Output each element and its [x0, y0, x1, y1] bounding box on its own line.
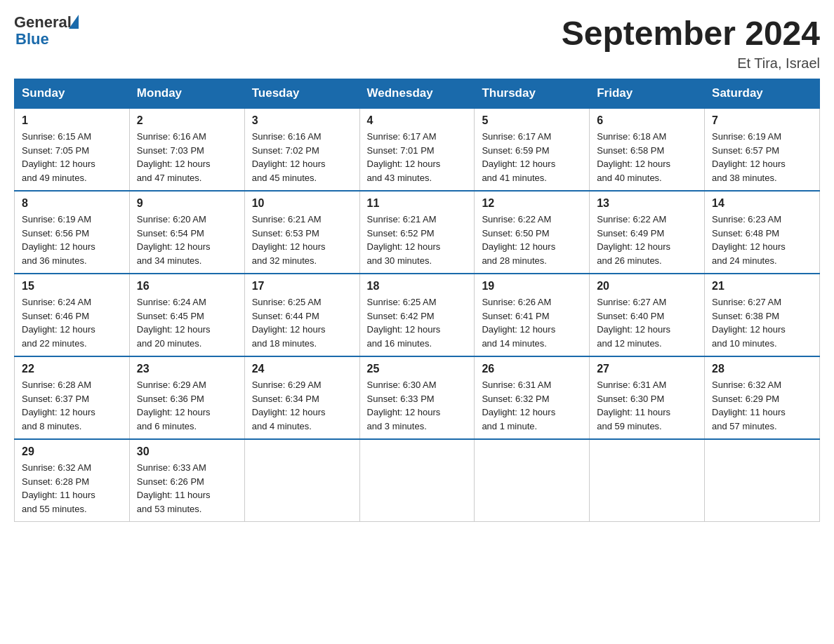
day-info: Sunrise: 6:26 AM Sunset: 6:41 PM Dayligh…: [482, 295, 582, 350]
day-info: Sunrise: 6:31 AM Sunset: 6:30 PM Dayligh…: [597, 378, 697, 433]
day-info: Sunrise: 6:21 AM Sunset: 6:52 PM Dayligh…: [367, 213, 468, 267]
day-cell: 20 Sunrise: 6:27 AM Sunset: 6:40 PM Dayl…: [590, 274, 705, 356]
day-cell: [590, 439, 705, 522]
logo-general: General: [14, 14, 72, 31]
day-number: 2: [137, 114, 237, 127]
day-cell: 7 Sunrise: 6:19 AM Sunset: 6:57 PM Dayli…: [705, 108, 820, 191]
day-number: 22: [22, 363, 122, 375]
day-cell: 18 Sunrise: 6:25 AM Sunset: 6:42 PM Dayl…: [359, 274, 475, 356]
day-cell: 29 Sunrise: 6:32 AM Sunset: 6:28 PM Dayl…: [15, 439, 130, 522]
day-number: 18: [367, 280, 468, 293]
day-header-monday: Monday: [129, 79, 244, 109]
day-number: 1: [22, 114, 122, 127]
day-cell: 23 Sunrise: 6:29 AM Sunset: 6:36 PM Dayl…: [129, 356, 244, 439]
day-cell: 3 Sunrise: 6:16 AM Sunset: 7:02 PM Dayli…: [244, 108, 359, 191]
day-cell: 16 Sunrise: 6:24 AM Sunset: 6:45 PM Dayl…: [129, 274, 244, 356]
day-info: Sunrise: 6:18 AM Sunset: 6:58 PM Dayligh…: [597, 130, 697, 185]
day-info: Sunrise: 6:22 AM Sunset: 6:49 PM Dayligh…: [597, 213, 697, 267]
day-cell: [705, 439, 820, 522]
day-info: Sunrise: 6:33 AM Sunset: 6:26 PM Dayligh…: [137, 461, 237, 516]
day-cell: [475, 439, 590, 522]
day-number: 5: [482, 114, 582, 127]
day-cell: 27 Sunrise: 6:31 AM Sunset: 6:30 PM Dayl…: [590, 356, 705, 439]
day-cell: 2 Sunrise: 6:16 AM Sunset: 7:03 PM Dayli…: [129, 108, 244, 191]
day-cell: 4 Sunrise: 6:17 AM Sunset: 7:01 PM Dayli…: [359, 108, 475, 191]
page-header: General Blue September 2024 Et Tira, Isr…: [14, 14, 820, 72]
day-cell: 1 Sunrise: 6:15 AM Sunset: 7:05 PM Dayli…: [15, 108, 130, 191]
day-info: Sunrise: 6:32 AM Sunset: 6:29 PM Dayligh…: [712, 378, 812, 433]
logo: General Blue: [14, 14, 79, 48]
week-row-2: 8 Sunrise: 6:19 AM Sunset: 6:56 PM Dayli…: [15, 191, 820, 274]
day-info: Sunrise: 6:25 AM Sunset: 6:42 PM Dayligh…: [367, 295, 468, 350]
title-section: September 2024 Et Tira, Israel: [562, 14, 820, 72]
calendar-title: September 2024: [562, 14, 820, 53]
day-header-wednesday: Wednesday: [359, 79, 475, 109]
week-row-3: 15 Sunrise: 6:24 AM Sunset: 6:46 PM Dayl…: [15, 274, 820, 356]
day-header-sunday: Sunday: [15, 79, 130, 109]
day-cell: 15 Sunrise: 6:24 AM Sunset: 6:46 PM Dayl…: [15, 274, 130, 356]
day-number: 8: [22, 197, 122, 210]
day-cell: 22 Sunrise: 6:28 AM Sunset: 6:37 PM Dayl…: [15, 356, 130, 439]
day-cell: 28 Sunrise: 6:32 AM Sunset: 6:29 PM Dayl…: [705, 356, 820, 439]
day-info: Sunrise: 6:24 AM Sunset: 6:46 PM Dayligh…: [22, 295, 122, 350]
day-cell: [359, 439, 475, 522]
day-number: 4: [367, 114, 468, 127]
calendar-table: SundayMondayTuesdayWednesdayThursdayFrid…: [14, 79, 820, 522]
day-cell: 6 Sunrise: 6:18 AM Sunset: 6:58 PM Dayli…: [590, 108, 705, 191]
day-cell: 11 Sunrise: 6:21 AM Sunset: 6:52 PM Dayl…: [359, 191, 475, 274]
day-cell: 21 Sunrise: 6:27 AM Sunset: 6:38 PM Dayl…: [705, 274, 820, 356]
day-info: Sunrise: 6:17 AM Sunset: 6:59 PM Dayligh…: [482, 130, 582, 185]
day-cell: 8 Sunrise: 6:19 AM Sunset: 6:56 PM Dayli…: [15, 191, 130, 274]
day-number: 16: [137, 280, 237, 293]
day-number: 11: [367, 197, 468, 210]
day-number: 20: [597, 280, 697, 293]
day-info: Sunrise: 6:31 AM Sunset: 6:32 PM Dayligh…: [482, 378, 582, 433]
day-cell: 14 Sunrise: 6:23 AM Sunset: 6:48 PM Dayl…: [705, 191, 820, 274]
day-info: Sunrise: 6:24 AM Sunset: 6:45 PM Dayligh…: [137, 295, 237, 350]
day-header-friday: Friday: [590, 79, 705, 109]
day-number: 27: [597, 363, 697, 375]
day-header-thursday: Thursday: [475, 79, 590, 109]
day-info: Sunrise: 6:21 AM Sunset: 6:53 PM Dayligh…: [252, 213, 352, 267]
week-row-4: 22 Sunrise: 6:28 AM Sunset: 6:37 PM Dayl…: [15, 356, 820, 439]
day-info: Sunrise: 6:32 AM Sunset: 6:28 PM Dayligh…: [22, 461, 122, 516]
day-number: 29: [22, 445, 122, 458]
day-info: Sunrise: 6:25 AM Sunset: 6:44 PM Dayligh…: [252, 295, 352, 350]
day-info: Sunrise: 6:19 AM Sunset: 6:57 PM Dayligh…: [712, 130, 812, 185]
day-cell: [244, 439, 359, 522]
day-number: 3: [252, 114, 352, 127]
day-cell: 5 Sunrise: 6:17 AM Sunset: 6:59 PM Dayli…: [475, 108, 590, 191]
day-cell: 10 Sunrise: 6:21 AM Sunset: 6:53 PM Dayl…: [244, 191, 359, 274]
day-number: 10: [252, 197, 352, 210]
day-info: Sunrise: 6:15 AM Sunset: 7:05 PM Dayligh…: [22, 130, 122, 185]
day-number: 25: [367, 363, 468, 375]
week-row-1: 1 Sunrise: 6:15 AM Sunset: 7:05 PM Dayli…: [15, 108, 820, 191]
day-info: Sunrise: 6:22 AM Sunset: 6:50 PM Dayligh…: [482, 213, 582, 267]
day-info: Sunrise: 6:27 AM Sunset: 6:40 PM Dayligh…: [597, 295, 697, 350]
day-info: Sunrise: 6:28 AM Sunset: 6:37 PM Dayligh…: [22, 378, 122, 433]
logo-blue: Blue: [14, 31, 79, 48]
day-number: 24: [252, 363, 352, 375]
day-info: Sunrise: 6:27 AM Sunset: 6:38 PM Dayligh…: [712, 295, 812, 350]
day-info: Sunrise: 6:16 AM Sunset: 7:03 PM Dayligh…: [137, 130, 237, 185]
day-header-tuesday: Tuesday: [244, 79, 359, 109]
day-number: 30: [137, 445, 237, 458]
day-number: 23: [137, 363, 237, 375]
day-number: 13: [597, 197, 697, 210]
day-number: 6: [597, 114, 697, 127]
day-cell: 17 Sunrise: 6:25 AM Sunset: 6:44 PM Dayl…: [244, 274, 359, 356]
day-cell: 9 Sunrise: 6:20 AM Sunset: 6:54 PM Dayli…: [129, 191, 244, 274]
day-number: 7: [712, 114, 812, 127]
day-info: Sunrise: 6:19 AM Sunset: 6:56 PM Dayligh…: [22, 213, 122, 267]
location-label: Et Tira, Israel: [562, 55, 820, 72]
day-info: Sunrise: 6:29 AM Sunset: 6:36 PM Dayligh…: [137, 378, 237, 433]
day-info: Sunrise: 6:16 AM Sunset: 7:02 PM Dayligh…: [252, 130, 352, 185]
day-info: Sunrise: 6:20 AM Sunset: 6:54 PM Dayligh…: [137, 213, 237, 267]
day-info: Sunrise: 6:30 AM Sunset: 6:33 PM Dayligh…: [367, 378, 468, 433]
day-cell: 12 Sunrise: 6:22 AM Sunset: 6:50 PM Dayl…: [475, 191, 590, 274]
day-cell: 25 Sunrise: 6:30 AM Sunset: 6:33 PM Dayl…: [359, 356, 475, 439]
day-cell: 19 Sunrise: 6:26 AM Sunset: 6:41 PM Dayl…: [475, 274, 590, 356]
day-number: 17: [252, 280, 352, 293]
day-number: 26: [482, 363, 582, 375]
day-number: 12: [482, 197, 582, 210]
